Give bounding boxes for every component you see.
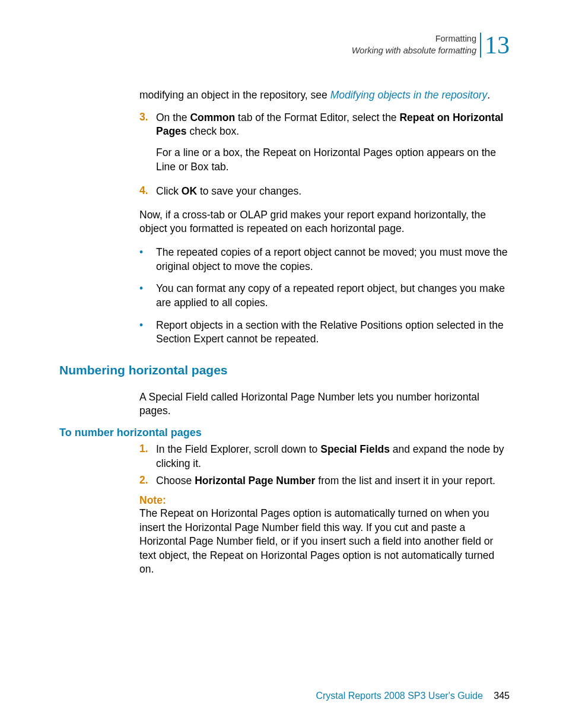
step-body: On the Common tab of the Format Editor, … [156,111,510,182]
footer-title: Crystal Reports 2008 SP3 User's Guide [316,691,482,701]
bullet-icon: • [139,246,156,274]
step-body: Click OK to save your changes. [156,185,301,199]
intro-lead: modifying an object in the repository, s… [139,89,330,101]
step-number: 1. [139,443,156,471]
bullet-text: Report objects in a section with the Rel… [156,319,510,346]
bullet-text: You can format any copy of a repeated re… [156,282,510,310]
section-content: A Special Field called Horizontal Page N… [59,390,510,418]
heading-to-number-pages: To number horizontal pages [59,427,510,439]
page-header: Formatting Working with absolute formatt… [59,33,510,58]
step-body: Choose Horizontal Page Number from the l… [156,474,495,488]
bullet-text: The repeated copies of a report object c… [156,246,510,274]
step-3: 3. On the Common tab of the Format Edito… [139,111,510,182]
step-2: 2. Choose Horizontal Page Number from th… [139,474,510,488]
bullet-item: • The repeated copies of a report object… [139,246,510,274]
chapter-number: 13 [480,33,510,58]
subsection-content: 1. In the Field Explorer, scroll down to… [59,443,510,577]
note-label: Note: [139,494,510,507]
bullet-item: • You can format any copy of a repeated … [139,282,510,310]
note-block: Note: The Repeat on Horizontal Pages opt… [139,494,510,577]
step-body: In the Field Explorer, scroll down to Sp… [156,443,510,471]
step-sub-paragraph: For a line or a box, the Repeat on Horiz… [156,146,510,174]
bullet-icon: • [139,282,156,310]
step-4: 4. Click OK to save your changes. [139,185,510,199]
heading-numbering-horizontal: Numbering horizontal pages [59,363,510,377]
note-body: The Repeat on Horizontal Pages option is… [139,507,510,577]
chapter-label: Formatting [352,33,476,45]
breadcrumb: Working with absolute formatting [352,45,476,57]
section-intro: A Special Field called Horizontal Page N… [139,390,510,418]
link-modifying-objects[interactable]: Modifying objects in the repository [330,89,488,101]
page-footer: Crystal Reports 2008 SP3 User's Guide 34… [316,691,510,701]
step-1: 1. In the Field Explorer, scroll down to… [139,443,510,471]
intro-tail: . [487,89,490,101]
bullet-icon: • [139,319,156,346]
step-number: 2. [139,474,156,488]
result-paragraph: Now, if a cross-tab or OLAP grid makes y… [139,208,510,236]
step-number: 3. [139,111,156,182]
step-number: 4. [139,185,156,199]
intro-paragraph: modifying an object in the repository, s… [139,88,510,103]
footer-page-number: 345 [494,691,510,701]
body-content: modifying an object in the repository, s… [59,88,510,346]
bullet-item: • Report objects in a section with the R… [139,319,510,346]
